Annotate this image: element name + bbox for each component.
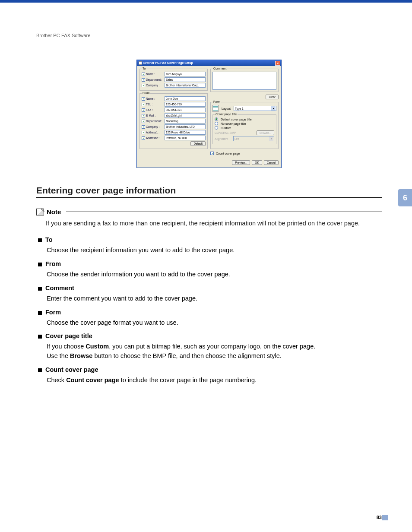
bullet-icon [38, 335, 42, 339]
section-heading: Entering cover page information [36, 185, 382, 198]
item-from-title: From [45, 260, 61, 267]
radio-custom-title[interactable] [215, 126, 218, 130]
note-label: Note [47, 208, 61, 215]
checkbox-icon[interactable]: ✓ [142, 125, 145, 129]
page-number-accent [382, 515, 388, 520]
opt-none-label: No cover page title [221, 122, 246, 125]
checkbox-icon[interactable]: ✓ [142, 78, 145, 82]
from-name-label[interactable]: ✓Name : [142, 97, 163, 101]
checkbox-icon[interactable]: ✓ [142, 84, 145, 87]
form-legend: Form [212, 100, 221, 103]
item-coverpagetitle-body: If you choose Custom, you can put a bitm… [47, 342, 382, 361]
bullet-icon [38, 287, 42, 291]
item-form-body: Choose the cover page format you want to… [47, 318, 382, 328]
dialog-title: Brother PC-FAX Cover Page Setup [143, 60, 193, 66]
item-from-body: Choose the sender information you want t… [47, 270, 382, 279]
item-to-title: To [45, 236, 53, 243]
alignment-select[interactable]: Left [233, 136, 274, 141]
checkbox-icon[interactable]: ✓ [142, 136, 145, 140]
from-tel-input[interactable]: 123-456-789 [165, 102, 206, 107]
clear-button[interactable]: Clear [266, 95, 279, 99]
from-fax-input[interactable]: 987-654-321 [165, 108, 206, 112]
cover-page-setup-dialog: Brother PC-FAX Cover Page Setup × To ✓Na… [136, 60, 282, 168]
layout-preview-icon [212, 105, 219, 112]
from-address1-label[interactable]: ✓Address1 : [142, 131, 163, 134]
alignment-label: Alignment [215, 137, 232, 140]
to-legend: To [142, 67, 146, 70]
from-group: From ✓Name :John Doe ✓TEL :123-456-789 ✓… [139, 93, 208, 149]
checkbox-icon[interactable]: ✓ [142, 73, 145, 76]
bullet-icon [38, 263, 42, 266]
page-header: Brother PC-FAX Software [36, 33, 382, 38]
count-cover-label: Count cover page [216, 152, 240, 155]
bullet-icon [38, 368, 42, 372]
checkbox-icon[interactable]: ✓ [142, 103, 145, 106]
to-company-input[interactable]: Brother International Corp. [165, 83, 206, 88]
opt-custom-label: Custom [221, 127, 231, 130]
custom-file-display: COVER01.BMP [215, 131, 255, 134]
cover-title-legend: Cover page title [215, 113, 238, 116]
to-department-input[interactable]: Sales [165, 77, 206, 82]
bullet-icon [38, 311, 42, 315]
bullet-icon [38, 238, 42, 242]
from-department-label[interactable]: ✓Department : [142, 120, 163, 123]
radio-default-title[interactable] [215, 117, 218, 121]
item-comment-body: Enter the comment you want to add to the… [47, 294, 382, 304]
page-number: 83 [377, 515, 382, 520]
checkbox-icon[interactable]: ✓ [142, 131, 145, 134]
from-company-input[interactable]: Brother Industries, LTD [165, 124, 206, 129]
chapter-tab: 6 [398, 189, 412, 206]
from-company-label[interactable]: ✓Company : [142, 125, 163, 129]
browse-button[interactable]: Browse... [257, 130, 274, 135]
from-email-label[interactable]: ✓E-Mail : [142, 114, 163, 117]
item-comment-title: Comment [45, 285, 74, 291]
checkbox-icon[interactable]: ✓ [142, 114, 145, 117]
to-company-label[interactable]: ✓Company : [142, 84, 163, 87]
item-countcover-body: Check Count cover page to include the co… [47, 376, 382, 385]
to-name-input[interactable]: Taro Nagoya [165, 72, 206, 76]
from-address2-input[interactable]: Potsville, NJ 088 [165, 136, 206, 140]
checkbox-icon[interactable]: ✓ [142, 120, 145, 123]
from-address1-input[interactable]: 123 Rose Hill Drive [165, 130, 206, 135]
layout-select[interactable]: Type 1 [234, 106, 276, 111]
preview-button[interactable]: Preview... [232, 160, 250, 165]
from-tel-label[interactable]: ✓TEL : [142, 103, 163, 106]
layout-label: Layout [222, 107, 231, 110]
item-form-title: Form [45, 309, 61, 316]
comment-input[interactable] [212, 72, 276, 90]
count-cover-checkbox[interactable]: ✓ [210, 152, 214, 155]
from-legend: From [142, 92, 150, 95]
comment-group: Comment [210, 69, 279, 92]
from-email-input[interactable]: abc@def.ghi [165, 113, 206, 118]
form-group: Form Layout Type 1 Cover page title Defa… [210, 102, 279, 149]
from-address2-label[interactable]: ✓Address2 : [142, 136, 163, 140]
from-fax-label[interactable]: ✓FAX : [142, 108, 163, 112]
item-coverpagetitle-title: Cover page title [45, 332, 92, 339]
cover-title-group: Cover page title Default cover page titl… [212, 114, 276, 144]
to-name-label[interactable]: ✓Name : [142, 73, 163, 76]
note-rule [66, 212, 382, 212]
comment-legend: Comment [212, 67, 227, 70]
to-group: To ✓Name : Taro Nagoya ✓Department : Sal… [139, 69, 208, 91]
ok-button[interactable]: OK [252, 160, 262, 165]
checkbox-icon[interactable]: ✓ [142, 97, 145, 101]
dialog-titlebar: Brother PC-FAX Cover Page Setup × [137, 60, 281, 66]
item-to-body: Choose the recipient information you wan… [47, 246, 382, 255]
from-name-input[interactable]: John Doe [165, 96, 206, 101]
to-department-label[interactable]: ✓Department : [142, 78, 163, 82]
checkbox-icon[interactable]: ✓ [142, 108, 145, 112]
app-icon [139, 61, 142, 65]
note-text: If you are sending a fax to more than on… [46, 219, 382, 228]
note-icon [36, 209, 44, 215]
cancel-button[interactable]: Cancel [264, 160, 279, 165]
close-icon[interactable]: × [275, 61, 280, 66]
radio-no-title[interactable] [215, 122, 218, 125]
opt-default-label: Default cover page title [221, 118, 252, 121]
item-countcover-title: Count cover page [45, 366, 98, 373]
from-department-input[interactable]: Marketing [165, 119, 206, 124]
default-button[interactable]: Default [190, 141, 206, 146]
